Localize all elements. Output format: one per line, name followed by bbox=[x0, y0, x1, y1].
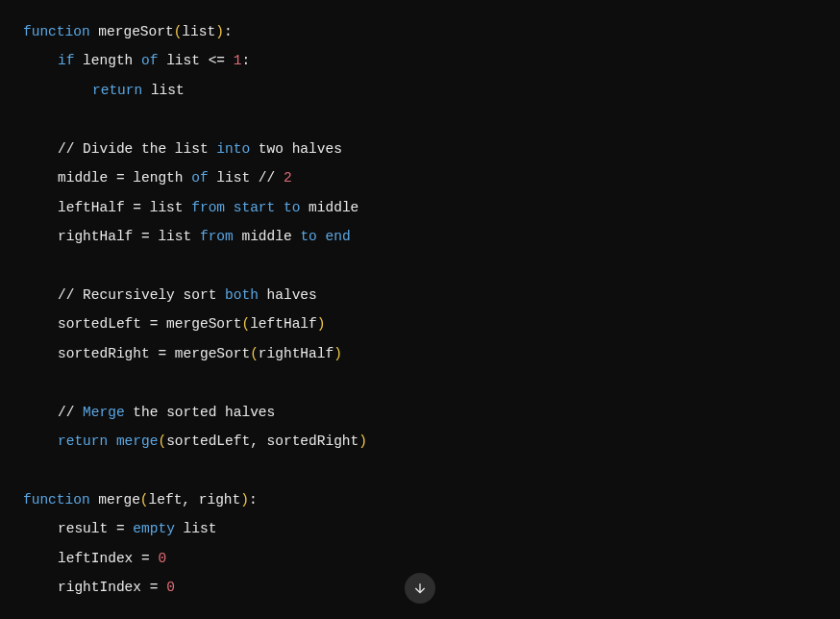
code-token: both bbox=[225, 287, 259, 303]
code-line bbox=[23, 457, 817, 485]
code-token bbox=[108, 433, 116, 449]
code-token: ) bbox=[240, 492, 249, 508]
code-line bbox=[23, 105, 817, 134]
code-token: from bbox=[200, 229, 234, 244]
code-token: // Divide the list bbox=[58, 141, 216, 157]
code-token: middle bbox=[234, 229, 301, 244]
code-line: function mergeSort(list): bbox=[23, 17, 817, 46]
code-token: to bbox=[300, 229, 316, 244]
code-token: return bbox=[58, 433, 108, 449]
code-token: list <= bbox=[158, 53, 233, 68]
code-token: ( bbox=[158, 433, 166, 449]
code-line: sortedLeft = mergeSort(leftHalf) bbox=[23, 310, 817, 338]
code-token: ) bbox=[317, 316, 326, 332]
code-token: ( bbox=[241, 316, 250, 332]
code-token: : bbox=[249, 492, 258, 508]
code-token: middle bbox=[300, 200, 358, 215]
code-token: of bbox=[191, 170, 208, 186]
code-token: ) bbox=[215, 24, 224, 39]
code-block: function mergeSort(list):if length of li… bbox=[23, 17, 817, 603]
code-line: leftHalf = list from start to middle bbox=[23, 193, 817, 222]
code-token: end bbox=[325, 229, 350, 244]
code-token: sortedLeft, sortedRight bbox=[166, 433, 358, 449]
code-token: ) bbox=[358, 433, 367, 449]
code-token: : bbox=[224, 24, 233, 39]
code-token: sortedRight = mergeSort bbox=[58, 346, 250, 361]
code-token: of bbox=[141, 53, 158, 68]
code-line: function merge(left, right): bbox=[23, 485, 817, 514]
code-token: 0 bbox=[158, 551, 166, 566]
code-token: halves bbox=[259, 287, 317, 303]
code-line: return list bbox=[23, 76, 817, 105]
code-line bbox=[23, 252, 817, 281]
code-token: 0 bbox=[166, 580, 175, 595]
code-token: if bbox=[58, 53, 74, 68]
arrow-down-icon bbox=[412, 581, 428, 596]
code-token: list bbox=[142, 83, 185, 98]
code-token: the sorted halves bbox=[125, 405, 276, 420]
code-token: list bbox=[175, 521, 217, 536]
code-token: : bbox=[241, 53, 250, 68]
code-token: leftIndex = bbox=[58, 551, 158, 566]
code-token: rightHalf = list bbox=[58, 229, 200, 244]
code-token: // Recursively sort bbox=[58, 287, 225, 303]
code-line: middle = length of list // 2 bbox=[23, 163, 817, 192]
code-token bbox=[225, 200, 234, 215]
code-token bbox=[275, 200, 284, 215]
code-token: return bbox=[92, 83, 142, 98]
code-token: rightHalf bbox=[259, 346, 334, 361]
code-line: // Recursively sort both halves bbox=[23, 281, 817, 310]
code-line: result = empty list bbox=[23, 514, 817, 543]
code-token: into bbox=[216, 141, 250, 157]
code-token: middle = length bbox=[58, 170, 191, 186]
code-token: list // bbox=[209, 170, 284, 186]
code-token: left, right bbox=[149, 492, 241, 508]
code-token: leftHalf bbox=[250, 316, 317, 332]
code-line bbox=[23, 368, 817, 397]
code-token: ) bbox=[334, 346, 342, 361]
code-token: function bbox=[23, 24, 90, 39]
code-token: start bbox=[234, 200, 276, 215]
scroll-down-button[interactable] bbox=[405, 573, 435, 604]
code-line: sortedRight = mergeSort(rightHalf) bbox=[23, 339, 817, 368]
code-line: if length of list <= 1: bbox=[23, 46, 817, 75]
code-token: merge bbox=[116, 433, 159, 449]
code-line: // Merge the sorted halves bbox=[23, 398, 817, 427]
code-token: to bbox=[284, 200, 300, 215]
code-token: Merge bbox=[83, 405, 125, 420]
code-token: result = bbox=[58, 521, 133, 536]
code-token: 2 bbox=[284, 170, 292, 186]
code-token: two halves bbox=[250, 141, 342, 157]
code-token: from bbox=[191, 200, 225, 215]
code-token: // bbox=[58, 405, 83, 420]
code-token: mergeSort bbox=[98, 24, 173, 39]
code-line: // Divide the list into two halves bbox=[23, 135, 817, 163]
code-token: sortedLeft = mergeSort bbox=[58, 316, 241, 332]
code-token: function bbox=[23, 492, 90, 508]
code-token: ( bbox=[140, 492, 149, 508]
code-token: rightIndex = bbox=[58, 580, 166, 595]
code-token: leftHalf = list bbox=[58, 200, 191, 215]
code-token: merge bbox=[98, 492, 140, 508]
code-token: empty bbox=[133, 521, 175, 536]
code-line: leftIndex = 0 bbox=[23, 544, 817, 573]
code-token: ( bbox=[250, 346, 259, 361]
code-token: length bbox=[74, 53, 141, 68]
code-token: list bbox=[182, 24, 215, 39]
code-line: return merge(sortedLeft, sortedRight) bbox=[23, 427, 817, 456]
code-line: rightHalf = list from middle to end bbox=[23, 222, 817, 251]
